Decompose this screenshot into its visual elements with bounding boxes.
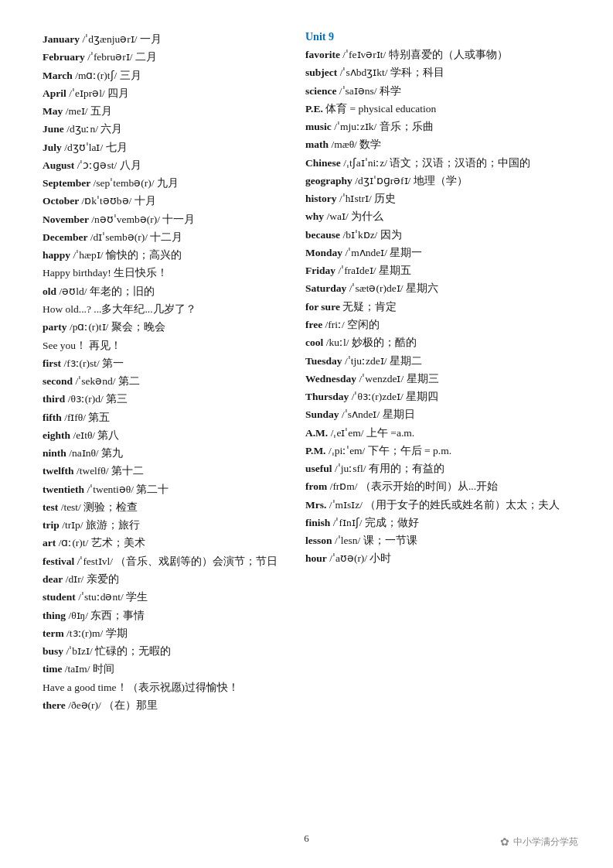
list-item: Monday /ˈmʌndeɪ/ 星期一 [305,244,570,261]
list-item: December /dɪˈsembə(r)/ 十二月 [43,229,282,246]
left-column: January /ˈdʒænjuərɪ/ 一月February /ˈfebruə… [43,31,282,715]
unit-title: Unit 9 [305,31,570,43]
list-item: Tuesday /ˈtjuːzdeɪ/ 星期二 [305,353,570,370]
list-item: Mrs. /ˈmɪsɪz/ （用于女子的姓氏或姓名前）太太；夫人 [305,497,570,514]
list-item: from /frɒm/ （表示开始的时间）从...开始 [305,478,570,495]
list-item: first /fɜː(r)st/ 第一 [43,355,282,372]
list-item: party /pɑː(r)tɪ/ 聚会；晚会 [43,319,282,336]
list-item: for sure 无疑；肯定 [305,299,570,316]
list-item: subject /ˈsʌbdʒɪkt/ 学科；科目 [305,64,570,81]
list-item: test /test/ 测验；检查 [43,499,282,516]
list-item: Chinese /ˌtʃaɪˈniːz/ 语文；汉语；汉语的；中国的 [305,155,570,172]
list-item: old /əʊld/ 年老的；旧的 [43,283,282,300]
watermark-icon: ✿ [500,836,509,849]
page: January /ˈdʒænjuərɪ/ 一月February /ˈfebruə… [0,0,613,868]
list-item: student /ˈstuːdənt/ 学生 [43,589,282,606]
list-item: P.E. 体育 = physical education [305,101,570,118]
list-item: math /mæθ/ 数学 [305,136,570,153]
list-item: second /ˈsekənd/ 第二 [43,373,282,390]
list-item: May /meɪ/ 五月 [43,103,282,120]
right-entries-container: favorite /ˈfeɪvərɪt/ 特别喜爱的（人或事物）subject … [305,46,570,568]
list-item: third /θɜː(r)d/ 第三 [43,391,282,408]
list-item: festival /ˈfestɪvl/ （音乐、戏剧等的）会演节；节日 [43,553,282,570]
list-item: Saturday /ˈsætə(r)deɪ/ 星期六 [305,280,570,297]
list-item: cool /kuːl/ 妙极的；酷的 [305,334,570,351]
watermark-text: 中小学满分学苑 [513,836,578,849]
list-item: trip /trɪp/ 旅游；旅行 [43,517,282,534]
right-column: Unit 9 favorite /ˈfeɪvərɪt/ 特别喜爱的（人或事物）s… [305,31,570,715]
watermark: ✿ 中小学满分学苑 [500,836,578,849]
list-item: Wednesday /ˈwenzdeɪ/ 星期三 [305,371,570,388]
list-item: P.M. /ˌpiːˈem/ 下午；午后 = p.m. [305,443,570,460]
list-item: why /waɪ/ 为什么 [305,208,570,225]
list-item: because /bɪˈkɒz/ 因为 [305,227,570,244]
list-item: term /tɜː(r)m/ 学期 [43,625,282,642]
list-item: thing /θɪŋ/ 东西；事情 [43,607,282,624]
list-item: science /ˈsaɪəns/ 科学 [305,83,570,100]
list-item: geography /dʒɪˈɒɡrəfɪ/ 地理（学） [305,173,570,190]
list-item: finish /ˈfɪnɪʃ/ 完成；做好 [305,514,570,531]
list-item: happy /ˈhæpɪ/ 愉快的；高兴的 [43,247,282,264]
list-item: music /ˈmjuːzɪk/ 音乐；乐曲 [305,118,570,135]
list-item: Have a good time！（表示祝愿)过得愉快！ [43,679,282,696]
list-item: dear /dɪr/ 亲爱的 [43,571,282,588]
list-item: there /ðeə(r)/ （在）那里 [43,697,282,714]
list-item: busy /ˈbɪzɪ/ 忙碌的；无暇的 [43,643,282,660]
list-item: useful /ˈjuːsfl/ 有用的；有益的 [305,460,570,477]
left-entries-container: January /ˈdʒænjuərɪ/ 一月February /ˈfebruə… [43,31,282,714]
list-item: June /dʒuːn/ 六月 [43,121,282,138]
list-item: Thursday /ˈθɜː(r)zdeɪ/ 星期四 [305,388,570,405]
list-item: August /ˈɔːɡəst/ 八月 [43,157,282,174]
list-item: twentieth /ˈtwentiəθ/ 第二十 [43,481,282,498]
list-item: hour /ˈaʊə(r)/ 小时 [305,550,570,567]
list-item: A.M. /ˌeɪˈem/ 上午 =a.m. [305,425,570,442]
list-item: lesson /ˈlesn/ 课；一节课 [305,532,570,549]
list-item: twelfth /twelfθ/ 第十二 [43,463,282,480]
list-item: art /ɑː(r)t/ 艺术；美术 [43,535,282,552]
list-item: See you！ 再见！ [43,337,282,354]
list-item: January /ˈdʒænjuərɪ/ 一月 [43,31,282,48]
list-item: fifth /fɪfθ/ 第五 [43,409,282,426]
list-item: March /mɑː(r)tʃ/ 三月 [43,67,282,84]
list-item: February /ˈfebruərɪ/ 二月 [43,49,282,66]
list-item: eighth /eɪtθ/ 第八 [43,427,282,444]
content-columns: January /ˈdʒænjuərɪ/ 一月February /ˈfebruə… [43,31,570,715]
page-number: 6 [304,832,309,845]
list-item: favorite /ˈfeɪvərɪt/ 特别喜爱的（人或事物） [305,46,570,63]
list-item: How old...? ...多大年纪...几岁了？ [43,301,282,318]
list-item: April /ˈeɪprəl/ 四月 [43,85,282,102]
list-item: ninth /naɪnθ/ 第九 [43,445,282,462]
list-item: September /sepˈtembə(r)/ 九月 [43,175,282,192]
list-item: free /friː/ 空闲的 [305,316,570,333]
list-item: Sunday /ˈsʌndeɪ/ 星期日 [305,406,570,423]
list-item: Friday /ˈfraɪdeɪ/ 星期五 [305,262,570,279]
list-item: Happy birthday! 生日快乐！ [43,265,282,282]
list-item: history /ˈhɪstrɪ/ 历史 [305,190,570,207]
list-item: October /ɒkˈtəʊbə/ 十月 [43,193,282,210]
list-item: July /dʒʊˈlaɪ/ 七月 [43,139,282,156]
list-item: November /nəʊˈvembə(r)/ 十一月 [43,211,282,228]
list-item: time /taɪm/ 时间 [43,661,282,678]
